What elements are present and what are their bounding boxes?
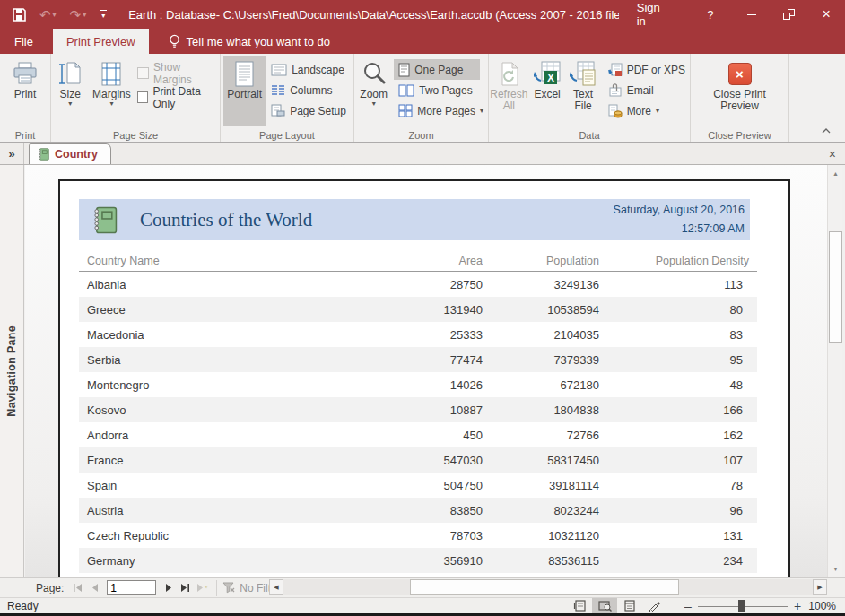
save-button[interactable]	[13, 8, 26, 22]
size-dropdown-icon: ▾	[68, 100, 72, 108]
last-page-button[interactable]	[177, 580, 194, 596]
print-data-only-checkbox-row[interactable]: Print Data Only	[137, 87, 220, 108]
tab-print-preview[interactable]: Print Preview	[53, 29, 149, 54]
first-page-button[interactable]	[69, 580, 86, 596]
cell-name: Spain	[79, 479, 348, 492]
next-page-button[interactable]	[160, 580, 177, 596]
print-preview-view-button[interactable]	[592, 598, 617, 614]
columns-button[interactable]: Columns	[266, 80, 351, 100]
tell-me-label: Tell me what you want to do	[187, 35, 330, 48]
zoom-icon	[362, 62, 386, 85]
table-row: Andorra45072766162	[79, 422, 757, 447]
close-button[interactable]: ×	[808, 0, 845, 29]
close-object-icon: ×	[829, 147, 836, 161]
page-setup-button[interactable]: Page Setup	[266, 100, 351, 121]
collapse-ribbon-icon	[822, 128, 831, 134]
report-view-button[interactable]	[567, 598, 592, 614]
zoom-in-button[interactable]: +	[789, 599, 806, 613]
qat-more-bar	[100, 10, 107, 11]
minimize-button[interactable]	[734, 0, 771, 29]
access-window: ↶ ▾ ↷ ▾ ▾ Earth : Database- C:\Users\Fre…	[0, 0, 845, 616]
collapse-ribbon-button[interactable]	[818, 125, 834, 137]
scroll-up-button[interactable]: ▲	[828, 166, 843, 181]
filter-icon	[222, 582, 235, 594]
group-print: Print Print	[0, 54, 51, 142]
text-file-label: Text File	[566, 89, 601, 112]
cell-density: 80	[599, 303, 757, 317]
page-number-input[interactable]	[107, 580, 156, 595]
design-view-icon	[649, 600, 662, 612]
more-pages-dropdown-icon: ▾	[480, 108, 483, 115]
scroll-down-icon: ▼	[832, 566, 839, 572]
excel-export-button[interactable]: X Excel	[530, 56, 565, 126]
scroll-left-button[interactable]: ◀	[269, 579, 283, 595]
navigation-pane-collapsed[interactable]: Navigation Pane	[0, 165, 24, 577]
undo-button[interactable]: ↶ ▾	[39, 8, 57, 22]
design-view-button[interactable]	[642, 598, 667, 614]
vertical-scrollbar-thumb[interactable]	[829, 231, 842, 343]
print-button[interactable]: Print	[13, 56, 38, 126]
email-button[interactable]: Email	[604, 80, 690, 100]
zoom-button[interactable]: Zoom ▾	[354, 56, 393, 126]
one-page-label: One Page	[414, 64, 463, 76]
report-table: Country Name Area Population Population …	[79, 251, 757, 573]
tab-file[interactable]: File	[0, 29, 48, 54]
previous-page-button[interactable]	[86, 580, 103, 596]
size-button[interactable]: Size ▾	[51, 56, 89, 126]
cell-population: 1804838	[483, 403, 599, 417]
landscape-icon	[271, 64, 287, 76]
sign-in-button[interactable]: Sign in	[619, 1, 688, 28]
cell-population: 672180	[483, 378, 599, 392]
page-size-icon	[58, 62, 82, 86]
pdf-or-xps-label: PDF or XPS	[627, 64, 685, 76]
email-label: Email	[627, 84, 654, 97]
more-pages-button[interactable]: More Pages ▾	[394, 100, 488, 121]
print-preview-area[interactable]: Countries of the World Saturday, August …	[25, 165, 827, 577]
help-button[interactable]: ?	[687, 8, 733, 22]
zoom-dropdown-icon: ▾	[372, 100, 376, 108]
more-export-button[interactable]: More ▾	[604, 100, 690, 121]
redo-button[interactable]: ↷ ▾	[70, 8, 87, 22]
cell-name: Andorra	[79, 429, 348, 442]
column-header-country-name: Country Name	[79, 255, 348, 267]
print-data-only-checkbox[interactable]	[137, 91, 148, 103]
customize-qat-button[interactable]: ▾	[100, 10, 107, 20]
zoom-out-button[interactable]: –	[680, 599, 696, 613]
svg-text:X: X	[547, 72, 554, 84]
two-pages-button[interactable]: Two Pages	[394, 80, 488, 100]
close-object-button[interactable]: ×	[829, 148, 845, 161]
one-page-button[interactable]: One Page	[394, 59, 480, 80]
margins-button[interactable]: Margins ▾	[90, 56, 133, 126]
horizontal-scrollbar-thumb[interactable]	[410, 579, 679, 595]
cell-name: Germany	[79, 554, 348, 568]
report-header-band: Countries of the World Saturday, August …	[79, 199, 750, 240]
cell-name: Montenegro	[79, 378, 348, 392]
vertical-scrollbar[interactable]: ▲ ▼	[827, 165, 842, 577]
report-page[interactable]: Countries of the World Saturday, August …	[58, 179, 790, 577]
show-margins-checkbox-row[interactable]: Show Margins	[137, 63, 220, 83]
scroll-right-button[interactable]: ▶	[813, 579, 827, 595]
nav-pane-expand-button[interactable]: »	[0, 143, 24, 164]
new-page-button[interactable]: *	[194, 580, 211, 596]
tab-country[interactable]: Country	[29, 143, 111, 164]
scroll-down-button[interactable]: ▼	[828, 561, 843, 577]
restore-button[interactable]	[771, 0, 807, 29]
horizontal-scrollbar[interactable]: ◀ ▶	[269, 579, 827, 595]
refresh-all-button[interactable]: Refresh All	[489, 56, 529, 126]
cell-name: Austria	[79, 504, 348, 517]
show-margins-checkbox[interactable]	[137, 67, 149, 79]
zoom-slider-thumb[interactable]	[738, 600, 745, 612]
portrait-button[interactable]: Portrait	[223, 56, 266, 126]
pdf-or-xps-button[interactable]: PDF or XPS	[604, 59, 690, 80]
qat-more-icon: ▾	[101, 13, 105, 20]
tell-me-box[interactable]: Tell me what you want to do	[169, 29, 330, 54]
text-file-button[interactable]: Text File	[566, 56, 601, 126]
close-print-preview-button[interactable]: × Close Print Preview	[702, 56, 778, 126]
recnav-separator	[216, 580, 217, 596]
more-pages-icon	[398, 104, 413, 117]
zoom-percentage[interactable]: 100%	[806, 600, 845, 612]
landscape-button[interactable]: Landscape	[266, 59, 351, 80]
status-bar: Ready	[0, 597, 845, 613]
layout-view-button[interactable]	[617, 598, 642, 614]
zoom-slider-track[interactable]	[698, 600, 788, 612]
